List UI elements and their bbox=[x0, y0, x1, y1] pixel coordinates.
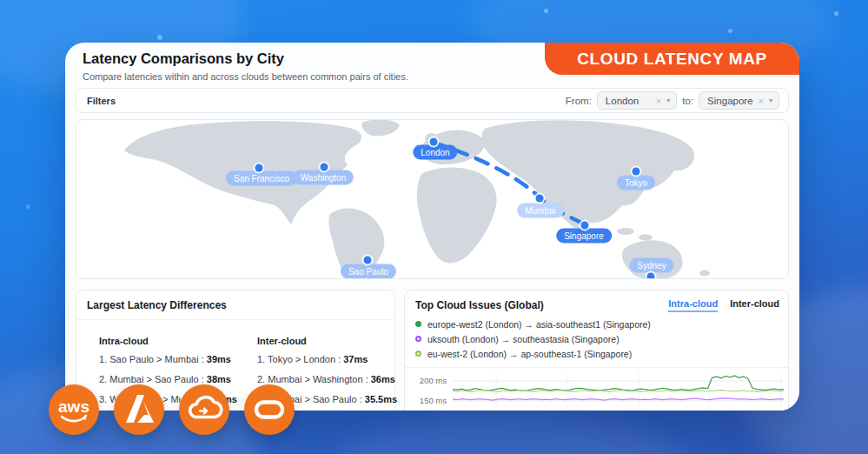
cloud-latency-map-banner: CLOUD LATENCY MAP bbox=[545, 43, 799, 75]
page-subtitle: Compare latencies within and across clou… bbox=[83, 71, 408, 82]
latency-item: 1. Tokyo > London : 37ms bbox=[257, 354, 397, 364]
legend-dot-icon bbox=[415, 336, 421, 342]
panel-title: Largest Latency Differences bbox=[87, 299, 227, 311]
dot-decoration bbox=[544, 9, 548, 13]
city-marker-mumbai[interactable] bbox=[536, 195, 544, 203]
legend-dot-icon bbox=[415, 321, 421, 327]
clear-icon[interactable]: × bbox=[759, 96, 764, 106]
azure-icon[interactable] bbox=[114, 384, 164, 435]
tab-inter-cloud[interactable]: Inter-cloud bbox=[730, 298, 779, 312]
city-marker-sydney[interactable] bbox=[647, 273, 655, 280]
city-label-tokyo[interactable]: Tokyo bbox=[617, 176, 655, 190]
city-marker-london[interactable] bbox=[430, 138, 438, 146]
y-axis-tick-label: 150 ms bbox=[420, 396, 447, 405]
legend-label: eu-west-2 (London) → ap-southeast-1 (Sin… bbox=[427, 349, 632, 359]
latency-item: 2. Mumbai > Sao Paulo : 38ms bbox=[99, 374, 236, 384]
issues-tabs: Intra-cloudInter-cloud bbox=[668, 298, 779, 312]
from-label: From: bbox=[566, 96, 592, 106]
city-label-san-francisco[interactable]: San Francisco bbox=[226, 171, 297, 186]
legend-item: eu-west-2 (London) → ap-southeast-1 (Sin… bbox=[415, 346, 651, 361]
from-city-value: London bbox=[606, 96, 651, 106]
banner-label: CLOUD LATENCY MAP bbox=[577, 50, 767, 69]
panel-title: Top Cloud Issues (Global) bbox=[415, 299, 544, 311]
chart-series-europe-west2 bbox=[453, 376, 784, 391]
dot-decoration bbox=[26, 204, 30, 209]
city-marker-san-francisco[interactable] bbox=[255, 164, 263, 172]
legend-item: uksouth (London) → southeastasia (Singap… bbox=[415, 331, 651, 346]
chart-legend: europe-west2 (London) → asia-southeast1 … bbox=[415, 317, 651, 361]
legend-item: europe-west2 (London) → asia-southeast1 … bbox=[415, 317, 651, 331]
chevron-down-icon[interactable]: ▾ bbox=[769, 97, 772, 104]
oracle-icon[interactable] bbox=[244, 384, 295, 435]
city-label-sydney[interactable]: Sydney bbox=[629, 258, 673, 273]
to-city-value: Singapore bbox=[707, 96, 752, 106]
city-marker-sao-paulo[interactable] bbox=[364, 257, 372, 264]
column-header: Intra-cloud bbox=[99, 336, 236, 346]
city-marker-washington[interactable] bbox=[321, 164, 328, 171]
google-cloud-icon[interactable] bbox=[179, 384, 229, 435]
city-marker-singapore[interactable] bbox=[581, 222, 589, 230]
latency-item: 1. Sao Paulo > Mumbai : 39ms bbox=[99, 354, 236, 364]
dot-decoration bbox=[834, 11, 838, 16]
legend-label: europe-west2 (London) → asia-southeast1 … bbox=[427, 319, 651, 330]
latency-line-chart: 200 ms150 ms bbox=[414, 372, 785, 411]
filters-label: Filters bbox=[87, 96, 116, 106]
world-latency-map: San FranciscoWashingtonLondonMumbaiSinga… bbox=[76, 119, 789, 279]
to-city-select[interactable]: Singapore × ▾ bbox=[699, 91, 779, 110]
legend-dot-icon bbox=[415, 351, 421, 357]
city-label-sao-paulo[interactable]: Sao Paulo bbox=[341, 264, 396, 279]
dot-decoration bbox=[728, 29, 732, 33]
city-marker-tokyo[interactable] bbox=[633, 168, 640, 176]
svg-text:aws: aws bbox=[58, 397, 89, 416]
cloud-decoration bbox=[330, 409, 695, 454]
y-axis-tick-label: 200 ms bbox=[420, 376, 447, 385]
city-label-singapore[interactable]: Singapore bbox=[556, 229, 612, 244]
tab-intra-cloud[interactable]: Intra-cloud bbox=[668, 298, 718, 312]
city-label-washington[interactable]: Washington bbox=[293, 170, 354, 185]
latency-item: 2. Mumbai > Washington : 36ms bbox=[257, 374, 397, 384]
chart-series-uksouth bbox=[453, 398, 784, 400]
legend-label: uksouth (London) → southeastasia (Singap… bbox=[427, 334, 620, 344]
clear-icon[interactable]: × bbox=[656, 96, 661, 106]
top-cloud-issues-panel: Top Cloud Issues (Global) Intra-cloudInt… bbox=[404, 290, 789, 411]
latency-dashboard-card: CLOUD LATENCY MAP Latency Comparisons by… bbox=[65, 43, 799, 411]
city-label-london[interactable]: London bbox=[413, 145, 457, 160]
to-label: to: bbox=[682, 96, 693, 106]
from-city-select[interactable]: London × ▾ bbox=[597, 91, 677, 110]
chevron-down-icon[interactable]: ▾ bbox=[666, 97, 670, 104]
city-label-mumbai[interactable]: Mumbai bbox=[517, 204, 564, 218]
dot-decoration bbox=[157, 35, 162, 40]
divider bbox=[76, 319, 394, 320]
filters-bar: Filters From: London × ▾ to: Singapore ×… bbox=[76, 88, 789, 113]
column-header: Inter-cloud bbox=[257, 336, 397, 346]
aws-icon[interactable]: aws bbox=[49, 384, 99, 435]
divider bbox=[405, 367, 788, 368]
page-title: Latency Comparisons by City bbox=[83, 50, 284, 67]
chart-series-eu-west-2 bbox=[453, 391, 784, 392]
